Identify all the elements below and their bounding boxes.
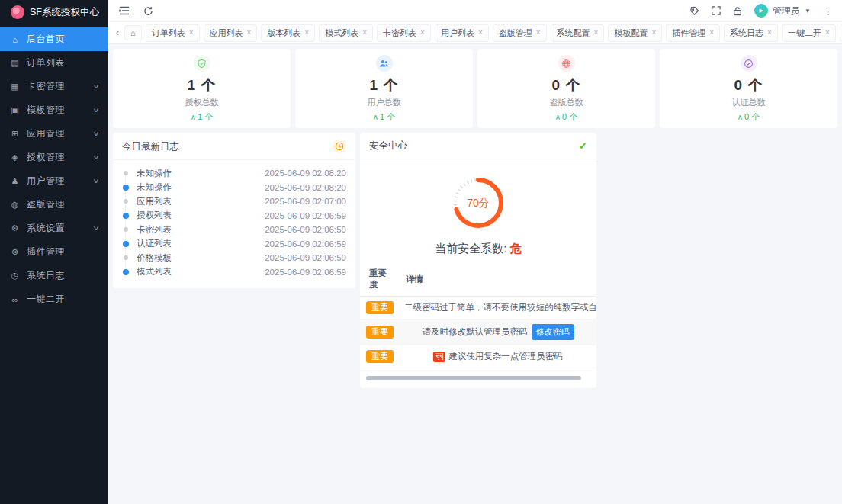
log-entry[interactable]: 授权列表 2025-06-09 02:06:59 bbox=[123, 209, 346, 223]
close-icon[interactable]: × bbox=[709, 29, 714, 37]
fullscreen-icon[interactable] bbox=[712, 6, 721, 15]
sidebar-item-dashboard[interactable]: ⌂ 后台首页 bbox=[0, 27, 108, 51]
tab-version-list[interactable]: 版本列表× bbox=[261, 24, 315, 42]
tab-cardkey-list[interactable]: 卡密列表× bbox=[377, 24, 431, 42]
sidebar-item-orders[interactable]: ▤ 订单列表 bbox=[0, 51, 108, 75]
table-row: 重要 弱建议使用复杂一点管理员密码 bbox=[360, 345, 596, 368]
log-entry[interactable]: 模式列表 2025-06-09 02:06:59 bbox=[123, 265, 346, 280]
sidebar-item-plugins[interactable]: ⊗ 插件管理 bbox=[0, 240, 108, 264]
log-entry[interactable]: 价格模板 2025-06-09 02:06:59 bbox=[123, 251, 346, 265]
tab-order-list[interactable]: 订单列表× bbox=[146, 24, 200, 42]
tag-icon[interactable] bbox=[689, 6, 699, 16]
plugin-icon: ⊗ bbox=[10, 247, 20, 257]
rating-danger-value: 危 bbox=[510, 242, 522, 255]
timeline-dot bbox=[123, 213, 129, 219]
tab-template-config[interactable]: 模板配置× bbox=[608, 24, 662, 42]
sidebar-menu: ⌂ 后台首页 ▤ 订单列表 ▦ 卡密管理 ∨ ▣ 模板管理 ∨ ⊞ 应用管理 ∨… bbox=[0, 27, 108, 311]
check-circle-icon bbox=[741, 55, 757, 72]
sidebar: SF系统授权中心 ⌂ 后台首页 ▤ 订单列表 ▦ 卡密管理 ∨ ▣ 模板管理 ∨… bbox=[0, 0, 108, 504]
table-row: 重要 请及时修改默认管理员密码修改密码 bbox=[360, 319, 596, 345]
sidebar-item-cardkeys[interactable]: ▦ 卡密管理 ∨ bbox=[0, 75, 108, 98]
close-icon[interactable]: × bbox=[362, 29, 367, 37]
close-icon[interactable]: × bbox=[189, 29, 194, 37]
more-menu-icon[interactable]: ⋮ bbox=[823, 5, 833, 17]
chevron-down-icon: ∨ bbox=[92, 178, 99, 185]
home-icon: ⌂ bbox=[130, 28, 136, 37]
log-panel-header: 今日最新日志 bbox=[113, 133, 355, 160]
close-icon[interactable]: × bbox=[594, 29, 599, 37]
stats-row: 1 个 授权总数 ∧1 个 1 个 用户总数 ∧1 个 bbox=[113, 49, 837, 128]
close-icon[interactable]: × bbox=[478, 29, 483, 37]
sidebar-item-authorization[interactable]: ◈ 授权管理 ∨ bbox=[0, 146, 108, 169]
log-list: 未知操作 2025-06-09 02:08:20 未知操作 2025-06-09… bbox=[113, 160, 355, 288]
tab-onekey[interactable]: 一键二开× bbox=[782, 24, 836, 42]
importance-badge: 重要 bbox=[366, 350, 394, 363]
stat-trend: ∧1 个 bbox=[113, 111, 291, 123]
close-icon[interactable]: × bbox=[420, 29, 425, 37]
sidebar-item-templates[interactable]: ▣ 模板管理 ∨ bbox=[0, 98, 108, 122]
trend-up-icon: ∧ bbox=[555, 113, 561, 121]
tab-plugin-manage[interactable]: 插件管理× bbox=[666, 24, 720, 42]
sidebar-item-piracy[interactable]: ◍ 盗版管理 bbox=[0, 193, 108, 217]
sidebar-item-apps[interactable]: ⊞ 应用管理 ∨ bbox=[0, 122, 108, 146]
stat-value: 0 个 bbox=[660, 75, 837, 95]
page-content: 1 个 授权总数 ∧1 个 1 个 用户总数 ∧1 个 bbox=[108, 44, 842, 504]
log-entry[interactable]: 应用列表 2025-06-09 02:07:00 bbox=[123, 194, 346, 209]
chevron-down-icon: ∨ bbox=[92, 107, 99, 114]
timeline-dot bbox=[124, 227, 128, 232]
horizontal-scrollbar[interactable] bbox=[366, 376, 581, 380]
sidebar-item-settings[interactable]: ⚙ 系统设置 ∨ bbox=[0, 217, 108, 240]
refresh-icon[interactable] bbox=[143, 6, 153, 16]
trend-up-icon: ∧ bbox=[738, 113, 743, 121]
tabs-scroll-left[interactable]: ‹ bbox=[114, 27, 121, 38]
importance-badge: 重要 bbox=[366, 301, 394, 314]
stat-trend: ∧0 个 bbox=[660, 111, 837, 123]
timeline-dot bbox=[124, 199, 128, 204]
menu-fold-icon[interactable] bbox=[119, 6, 130, 15]
close-icon[interactable]: × bbox=[247, 29, 252, 37]
timeline-dot bbox=[124, 255, 128, 260]
gauge-score: 70分 bbox=[467, 197, 490, 209]
importance-badge: 重要 bbox=[366, 326, 394, 339]
tab-user-list[interactable]: 用户列表× bbox=[435, 24, 489, 42]
logo-icon bbox=[11, 5, 24, 19]
change-password-button[interactable]: 修改密码 bbox=[532, 324, 574, 340]
lock-icon[interactable] bbox=[733, 6, 742, 16]
chevron-down-icon: ∨ bbox=[92, 130, 99, 137]
tab-app-list[interactable]: 应用列表× bbox=[204, 24, 258, 42]
log-entry[interactable]: 卡密列表 2025-06-09 02:06:59 bbox=[123, 223, 346, 237]
tab-system-config[interactable]: 系统配置× bbox=[551, 24, 605, 42]
log-entry[interactable]: 未知操作 2025-06-09 02:08:20 bbox=[123, 181, 346, 195]
globe-icon bbox=[558, 55, 575, 72]
tab-system-log[interactable]: 系统日志× bbox=[724, 24, 778, 42]
tab-home[interactable]: ⌂ bbox=[124, 25, 142, 40]
clock-icon: ◷ bbox=[10, 271, 20, 281]
close-icon[interactable]: × bbox=[651, 29, 656, 37]
weak-tag: 弱 bbox=[433, 352, 445, 362]
stat-label: 授权总数 bbox=[113, 97, 291, 108]
log-entry[interactable]: 未知操作 2025-06-09 02:08:20 bbox=[123, 166, 346, 181]
gear-icon: ⚙ bbox=[10, 223, 20, 233]
stat-card-certifications: 0 个 认证总数 ∧0 个 bbox=[660, 49, 837, 128]
template-icon: ▣ bbox=[10, 105, 20, 115]
panels-row: 今日最新日志 未知操作 2025-06-09 02:08:20 bbox=[113, 133, 837, 388]
sidebar-item-onekey[interactable]: ∞ 一键二开 bbox=[0, 287, 108, 311]
user-menu[interactable]: ▶ 管理员 ▼ bbox=[754, 4, 811, 18]
log-entry[interactable]: 认证列表 2025-06-09 02:06:59 bbox=[123, 237, 346, 252]
sidebar-item-syslog[interactable]: ◷ 系统日志 bbox=[0, 264, 108, 287]
stat-value: 0 个 bbox=[477, 75, 655, 95]
close-icon[interactable]: × bbox=[536, 29, 541, 37]
security-detail: 请及时修改默认管理员密码修改密码 bbox=[400, 319, 596, 345]
tab-mode-list[interactable]: 模式列表× bbox=[319, 24, 373, 42]
close-icon[interactable]: × bbox=[767, 29, 772, 37]
app-title: SF系统授权中心 bbox=[30, 6, 99, 19]
stat-trend: ∧1 个 bbox=[295, 111, 473, 123]
close-icon[interactable]: × bbox=[304, 29, 309, 37]
tab-piracy-manage[interactable]: 盗版管理× bbox=[493, 24, 547, 42]
close-icon[interactable]: × bbox=[825, 29, 830, 37]
top-header: ▶ 管理员 ▼ ⋮ bbox=[108, 0, 842, 21]
security-panel-title: 安全中心 bbox=[369, 140, 407, 152]
sidebar-item-users[interactable]: ♟ 用户管理 ∨ bbox=[0, 169, 108, 193]
trend-up-icon: ∧ bbox=[191, 113, 196, 121]
stat-label: 认证总数 bbox=[660, 97, 837, 108]
